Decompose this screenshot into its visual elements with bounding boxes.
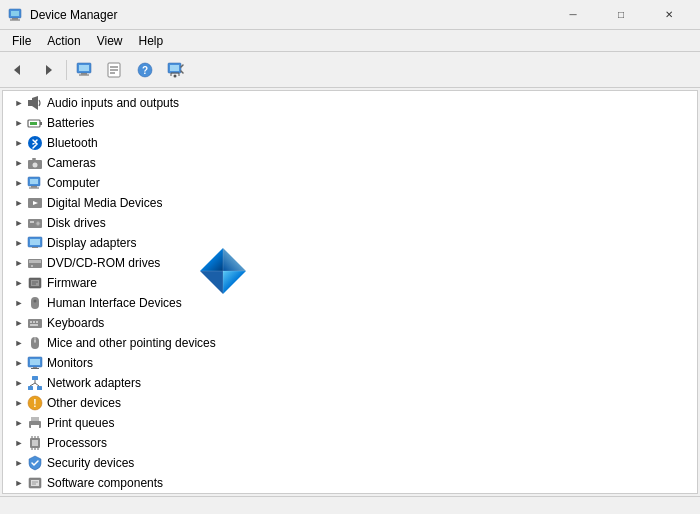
tree-item-label: Security devices (47, 456, 134, 470)
tree-item[interactable]: ► Disk drives (3, 213, 697, 233)
svg-rect-51 (33, 321, 35, 323)
tree-expander[interactable]: ► (11, 235, 27, 251)
tree-expander[interactable]: ► (11, 315, 27, 331)
minimize-button[interactable]: ─ (550, 0, 596, 30)
svg-rect-29 (30, 179, 38, 184)
svg-rect-7 (79, 65, 89, 71)
svg-rect-30 (31, 186, 37, 188)
tree-expander[interactable]: ► (11, 155, 27, 171)
tree-item[interactable]: ► Print queues (3, 413, 697, 433)
tree-expander[interactable]: ► (11, 175, 27, 191)
menu-bar: File Action View Help (0, 30, 700, 52)
tree-item[interactable]: ► Network adapters (3, 373, 697, 393)
software-icon (27, 475, 43, 491)
svg-rect-9 (79, 74, 89, 75)
forward-icon (40, 62, 56, 78)
tree-item-label: Network adapters (47, 376, 141, 390)
tree-item[interactable]: ► Processors (3, 433, 697, 453)
app-icon (8, 7, 24, 23)
scan-icon (166, 61, 184, 79)
help-button[interactable]: ? (131, 56, 159, 84)
tree-expander[interactable]: ► (11, 255, 27, 271)
tree-item[interactable]: ► Digital Media Devices (3, 193, 697, 213)
hid-icon (27, 295, 43, 311)
tree-item[interactable]: ► Firmware (3, 273, 697, 293)
tree-item-label: Processors (47, 436, 107, 450)
battery-icon (27, 115, 43, 131)
title-bar: Device Manager ─ □ ✕ (0, 0, 700, 30)
svg-rect-44 (31, 280, 39, 286)
svg-rect-2 (12, 18, 18, 20)
tree-expander[interactable]: ► (11, 295, 27, 311)
tree-expander[interactable]: ► (11, 355, 27, 371)
svg-marker-105 (223, 271, 246, 294)
tree-expander[interactable]: ► (11, 375, 27, 391)
svg-rect-38 (30, 239, 40, 245)
tree-item-label: Audio inputs and outputs (47, 96, 179, 110)
tree-expander[interactable]: ► (11, 435, 27, 451)
scan-button[interactable] (161, 56, 189, 84)
menu-action[interactable]: Action (39, 32, 88, 50)
tree-item[interactable]: ► ! Other devices (3, 393, 697, 413)
tree-expander[interactable]: ► (11, 95, 27, 111)
svg-point-48 (34, 300, 37, 303)
tree-item[interactable]: ► Security devices (3, 453, 697, 473)
computer-icon (27, 175, 43, 191)
network-icon (27, 375, 43, 391)
svg-rect-62 (28, 386, 33, 390)
tree-item[interactable]: ► Computer (3, 173, 697, 193)
tree-item[interactable]: ► DVD/CD-ROM drives (3, 253, 697, 273)
tree-item-label: Firmware (47, 276, 97, 290)
back-button[interactable] (4, 56, 32, 84)
menu-help[interactable]: Help (131, 32, 172, 50)
tree-expander[interactable]: ► (11, 135, 27, 151)
media-icon (27, 195, 43, 211)
svg-rect-61 (32, 376, 38, 380)
tree-expander[interactable]: ► (11, 415, 27, 431)
monitor-icon (27, 355, 43, 371)
close-button[interactable]: ✕ (646, 0, 692, 30)
svg-rect-58 (30, 359, 40, 365)
diamond-overlay (198, 246, 248, 296)
tree-item[interactable]: ► Cameras (3, 153, 697, 173)
tree-item[interactable]: ► Mice and other pointing devices (3, 333, 697, 353)
svg-line-66 (35, 383, 39, 386)
computer-button[interactable] (71, 56, 99, 84)
tree-item-label: Digital Media Devices (47, 196, 162, 210)
device-tree[interactable]: ► Audio inputs and outputs ► Batteries ►… (3, 91, 697, 493)
tree-item[interactable]: ► Software components (3, 473, 697, 493)
menu-view[interactable]: View (89, 32, 131, 50)
toolbar-separator-1 (66, 60, 67, 80)
tree-expander[interactable]: ► (11, 115, 27, 131)
tree-item-label: Keyboards (47, 316, 104, 330)
menu-file[interactable]: File (4, 32, 39, 50)
dvd-icon (27, 255, 43, 271)
tree-item[interactable]: ► Keyboards (3, 313, 697, 333)
svg-rect-3 (10, 19, 20, 20)
forward-button[interactable] (34, 56, 62, 84)
tree-expander[interactable]: ► (11, 455, 27, 471)
tree-item[interactable]: ► Batteries (3, 113, 697, 133)
tree-expander[interactable]: ► (11, 335, 27, 351)
camera-icon (27, 155, 43, 171)
display-icon (27, 235, 43, 251)
back-icon (10, 62, 26, 78)
tree-item[interactable]: ► Monitors (3, 353, 697, 373)
properties-button[interactable] (101, 56, 129, 84)
tree-item[interactable]: ► Human Interface Devices (3, 293, 697, 313)
firmware-icon (27, 275, 43, 291)
tree-expander[interactable]: ► (11, 195, 27, 211)
svg-point-42 (31, 265, 33, 267)
tree-expander[interactable]: ► (11, 275, 27, 291)
tree-item-label: Print queues (47, 416, 114, 430)
tree-item[interactable]: ► Display adapters (3, 233, 697, 253)
svg-rect-59 (33, 367, 37, 368)
svg-rect-41 (29, 260, 41, 263)
tree-expander[interactable]: ► (11, 475, 27, 491)
maximize-button[interactable]: □ (598, 0, 644, 30)
tree-item[interactable]: ► Audio inputs and outputs (3, 93, 697, 113)
tree-expander[interactable]: ► (11, 215, 27, 231)
svg-point-36 (36, 222, 40, 226)
tree-item[interactable]: ► Bluetooth (3, 133, 697, 153)
tree-expander[interactable]: ► (11, 395, 27, 411)
